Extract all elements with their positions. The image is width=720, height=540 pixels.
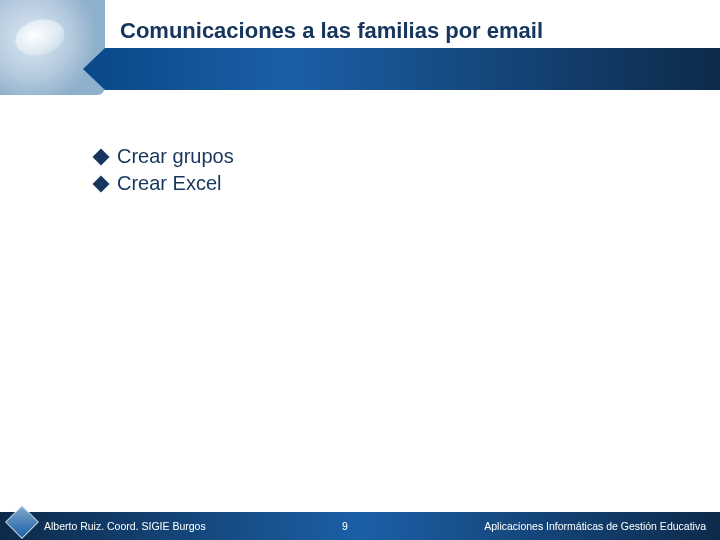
footer-author: Alberto Ruiz. Coord. SIGIE Burgos xyxy=(40,520,206,532)
diamond-bullet-icon xyxy=(93,148,110,165)
footer-bar: Alberto Ruiz. Coord. SIGIE Burgos 9 Apli… xyxy=(0,512,720,540)
diamond-bullet-icon xyxy=(93,175,110,192)
slide-body: Crear grupos Crear Excel xyxy=(95,145,680,199)
bullet-text: Crear Excel xyxy=(117,172,221,195)
list-item: Crear grupos xyxy=(95,145,680,168)
footer-course: Aplicaciones Informáticas de Gestión Edu… xyxy=(484,520,720,532)
title-bar xyxy=(105,48,720,90)
footer-logo xyxy=(0,512,40,540)
bullet-text: Crear grupos xyxy=(117,145,234,168)
slide: Comunicaciones a las familias por email … xyxy=(0,0,720,540)
list-item: Crear Excel xyxy=(95,172,680,195)
slide-title: Comunicaciones a las familias por email xyxy=(120,18,700,44)
diamond-icon xyxy=(5,505,39,539)
footer-page-number: 9 xyxy=(206,520,485,532)
